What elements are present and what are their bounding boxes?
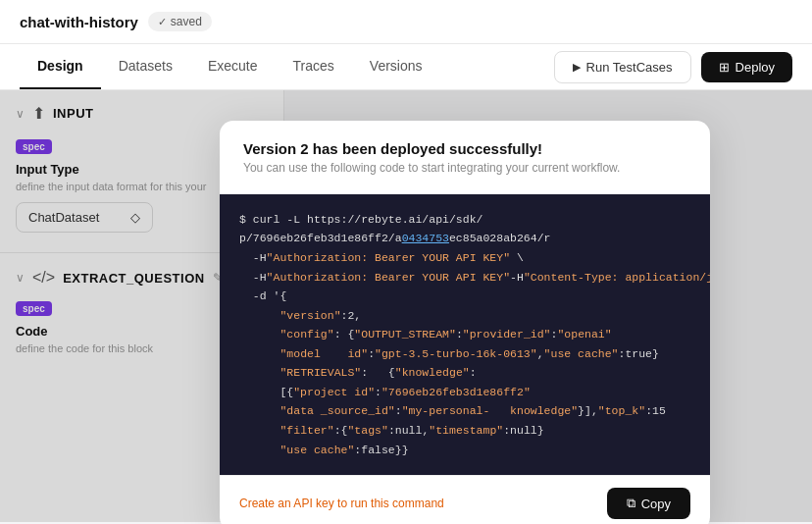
header: chat-with-history ✓ saved bbox=[0, 0, 812, 44]
code-line-4: -H"Authorization: Bearer YOUR API KEY"-H… bbox=[239, 268, 690, 288]
api-key-link[interactable]: Create an API key to run this command bbox=[239, 497, 444, 510]
tab-datasets[interactable]: Datasets bbox=[101, 44, 190, 89]
saved-label: saved bbox=[171, 15, 202, 28]
code-line-1: $ curl -L https://rebyte.ai/api/sdk/ bbox=[239, 210, 690, 230]
play-icon: ▶ bbox=[573, 61, 581, 74]
copy-icon: ⧉ bbox=[627, 496, 635, 511]
code-line-6: "version":2, bbox=[239, 306, 690, 326]
modal-subtitle: You can use the following code to start … bbox=[243, 161, 686, 175]
run-button-label: Run TestCases bbox=[586, 60, 673, 75]
code-line-5: -d '{ bbox=[239, 287, 690, 306]
code-block: $ curl -L https://rebyte.ai/api/sdk/ p/7… bbox=[220, 194, 710, 475]
tab-execute[interactable]: Execute bbox=[190, 44, 276, 89]
code-line-10: [{"project id":"7696eb26feb3d1e86ff2" bbox=[239, 383, 690, 402]
modal-footer: Create an API key to run this command ⧉ … bbox=[220, 475, 710, 524]
code-line-8: "model id":"gpt-3.5-turbo-16k-0613","use… bbox=[239, 344, 690, 364]
tab-versions[interactable]: Versions bbox=[352, 44, 440, 89]
tabs: Design Datasets Execute Traces Versions bbox=[20, 44, 440, 89]
tab-traces[interactable]: Traces bbox=[276, 44, 352, 89]
tab-actions: ▶ Run TestCases ⊞ Deploy bbox=[554, 51, 792, 83]
deploy-icon: ⊞ bbox=[719, 60, 730, 75]
check-icon: ✓ bbox=[158, 16, 167, 28]
code-line-13: "use cache":false}} bbox=[239, 441, 690, 460]
app-container: chat-with-history ✓ saved Design Dataset… bbox=[0, 0, 812, 524]
deploy-modal: Version 2 has been deployed successfully… bbox=[220, 121, 710, 524]
code-line-3: -H"Authorization: Bearer YOUR API KEY" \ bbox=[239, 248, 690, 268]
header-left: chat-with-history ✓ saved bbox=[20, 12, 212, 31]
copy-button[interactable]: ⧉ Copy bbox=[607, 488, 690, 519]
modal-title: Version 2 has been deployed successfully… bbox=[243, 140, 686, 157]
code-line-12: "filter":{"tags":null,"timestamp":null} bbox=[239, 421, 690, 441]
run-testcases-button[interactable]: ▶ Run TestCases bbox=[554, 51, 691, 83]
saved-badge: ✓ saved bbox=[148, 12, 212, 31]
modal-header: Version 2 has been deployed successfully… bbox=[220, 121, 710, 183]
code-line-9: "RETRIEVALS": {"knowledge": bbox=[239, 363, 690, 383]
tab-design[interactable]: Design bbox=[20, 44, 101, 89]
deploy-button[interactable]: ⊞ Deploy bbox=[701, 52, 792, 82]
copy-button-label: Copy bbox=[641, 497, 671, 511]
modal-overlay: Version 2 has been deployed successfully… bbox=[0, 90, 812, 522]
code-line-2: p/7696eb26feb3d1e86ff2/a0434753ec85a028a… bbox=[239, 229, 690, 248]
tabs-bar: Design Datasets Execute Traces Versions … bbox=[0, 44, 812, 90]
main-content: ∨ ⬆ INPUT spec Input Type define the inp… bbox=[0, 90, 812, 522]
code-line-11: "data _source_id":"my-personal- knowledg… bbox=[239, 401, 690, 421]
code-line-7: "config": {"OUTPUT_STREAM":"provider_id"… bbox=[239, 325, 690, 344]
deploy-button-label: Deploy bbox=[736, 60, 775, 75]
project-name: chat-with-history bbox=[20, 14, 138, 30]
